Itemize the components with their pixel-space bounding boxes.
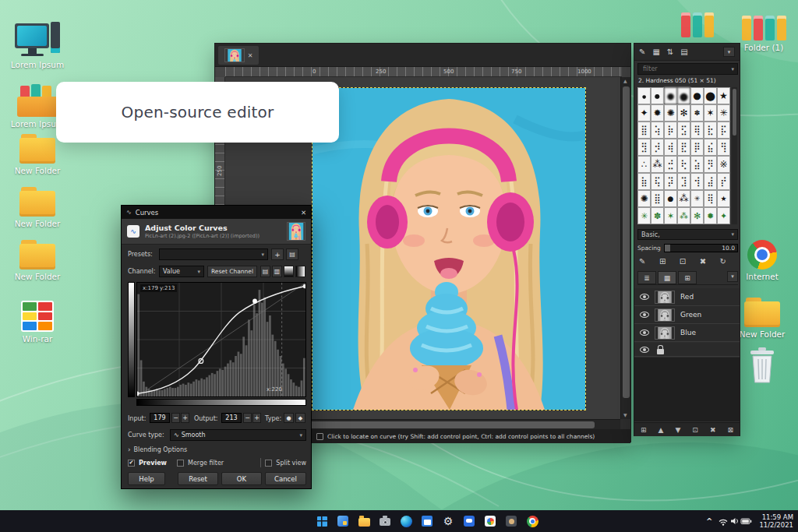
merge-filter-checkbox[interactable]	[177, 460, 184, 467]
brush-thumbnail[interactable]: ⁂	[677, 207, 690, 224]
brush-thumbnail[interactable]: ⣷	[637, 173, 651, 190]
split-view-checkbox[interactable]	[265, 460, 272, 467]
vertical-scroll-thumb[interactable]	[623, 86, 630, 398]
corner-point-type-button[interactable]: ◆	[295, 413, 305, 423]
brush-thumbnail[interactable]: ●	[651, 87, 664, 104]
horizontal-ruler[interactable]	[225, 67, 622, 77]
gimp-taskbar-button[interactable]	[503, 513, 520, 530]
close-icon[interactable]: ✕	[301, 209, 306, 217]
brush-thumbnail[interactable]: ⣿	[637, 122, 651, 139]
output-decrement-button[interactable]: −	[243, 413, 252, 423]
brush-thumbnail[interactable]: ⣮	[704, 139, 717, 156]
brush-thumbnail[interactable]: ✹	[651, 104, 664, 122]
preset-file-button[interactable]: ▤	[286, 248, 298, 260]
blending-options-expander[interactable]: › Blending Options	[128, 446, 187, 453]
brush-thumbnail[interactable]: ⢵	[651, 122, 664, 139]
channel-row-red[interactable]: Red	[634, 288, 740, 306]
help-button[interactable]: Help	[128, 472, 165, 485]
duplicate-brush-icon[interactable]: ⊡	[680, 257, 686, 266]
visibility-eye-icon[interactable]	[640, 312, 649, 318]
brush-filter-input[interactable]	[641, 65, 731, 73]
brush-thumbnail[interactable]: ⣻	[637, 139, 651, 156]
brush-tag-filter[interactable]: Basic, ▾	[637, 229, 738, 240]
preview-checkbox[interactable]: ✔	[128, 460, 135, 467]
desktop-icon-new-folder-2[interactable]: New Folder	[5, 187, 70, 229]
brush-thumbnail[interactable]: ⢯	[651, 173, 664, 190]
brush-thumbnail[interactable]: ●	[704, 87, 717, 104]
dock-menu-button[interactable]: ▾	[723, 47, 735, 57]
brush-thumbnail[interactable]: ⣹	[677, 173, 690, 190]
brush-thumbnail[interactable]: ⣚	[664, 156, 677, 173]
tabs-menu-button[interactable]: ▾	[727, 271, 738, 282]
lock-row[interactable]	[634, 343, 740, 357]
file-explorer-button[interactable]	[355, 513, 373, 530]
desktop-icon-computer[interactable]: Lorem Ipsum	[5, 22, 70, 70]
log-histogram-toggle[interactable]: ▥	[272, 266, 282, 277]
camera-button[interactable]	[376, 513, 394, 530]
add-preset-button[interactable]: +	[271, 248, 284, 260]
brush-thumbnail[interactable]: ⣫	[677, 122, 690, 139]
chat-button[interactable]	[461, 513, 478, 530]
brush-thumbnail[interactable]: ●	[677, 87, 690, 104]
input-increment-button[interactable]: +	[181, 413, 189, 423]
tab-list-view[interactable]: ≣	[637, 271, 656, 284]
duplicate-channel-icon[interactable]: ⊡	[692, 426, 698, 434]
brush-thumbnail[interactable]: ⣼	[704, 173, 717, 190]
brush-thumbnail[interactable]: ⡷	[664, 122, 677, 139]
brush-thumbnail[interactable]: ⁂	[677, 190, 690, 207]
edit-brush-icon[interactable]: ✎	[639, 257, 645, 266]
desktop-icon-recycle-bin[interactable]	[736, 347, 789, 383]
settings-button[interactable]: ⚙	[440, 513, 457, 530]
output-value-field[interactable]: 213	[221, 413, 242, 423]
brush-thumbnail[interactable]: ⡽	[664, 173, 677, 190]
brush-thumbnail[interactable]: ✦	[717, 207, 730, 224]
smooth-point-type-button[interactable]: ●	[284, 413, 294, 423]
image-tab[interactable]: ✕	[218, 46, 259, 65]
brush-thumbnail[interactable]: ✻	[677, 104, 690, 122]
spacing-slider[interactable]: 10.0	[664, 244, 738, 252]
brush-thumbnail[interactable]: ⡿	[690, 139, 704, 156]
brush-thumbnail[interactable]: ⡞	[717, 173, 730, 190]
brush-thumbnail[interactable]: ⁂	[651, 156, 664, 173]
brush-thumbnail[interactable]: ⡻	[704, 156, 717, 173]
linear-histogram-toggle[interactable]: ▤	[260, 266, 270, 277]
curve-plot[interactable]	[136, 282, 306, 397]
tray-status-icons[interactable]	[719, 516, 753, 526]
start-button[interactable]	[313, 513, 330, 530]
brush-thumbnail[interactable]: ⢺	[690, 173, 704, 190]
brush-thumbnail[interactable]: ●	[664, 87, 677, 104]
brush-thumbnail[interactable]: ✽	[690, 104, 704, 122]
paintbrush-icon[interactable]: ✎	[639, 48, 645, 56]
brush-thumbnail[interactable]: ✳	[717, 104, 730, 122]
delete-channel-icon[interactable]: ✖	[710, 426, 716, 434]
desktop-icon-archives[interactable]	[670, 12, 725, 37]
curves-titlebar[interactable]: ∿ Curves ✕	[122, 206, 311, 219]
desktop-icon-winrar[interactable]: Win-rar	[5, 301, 70, 344]
image-tab-close-icon[interactable]: ✕	[248, 52, 253, 59]
channel-dropdown[interactable]: Value ▾	[159, 266, 204, 277]
tray-overflow-icon[interactable]: ^	[706, 517, 712, 526]
visibility-eye-icon[interactable]	[640, 347, 649, 353]
brush-thumbnail[interactable]: ★	[717, 190, 730, 207]
visibility-eye-icon[interactable]	[640, 329, 649, 336]
taskbar-clock[interactable]: 11:59 AM 11/2/2021	[759, 513, 793, 529]
brush-thumbnail[interactable]: ●	[637, 87, 651, 104]
brush-thumbnail[interactable]: ★	[717, 87, 730, 104]
edge-button[interactable]	[397, 513, 415, 530]
widgets-button[interactable]	[334, 513, 351, 530]
brush-thumbnail[interactable]: ✻	[690, 207, 704, 224]
brush-thumbnail[interactable]: ∴	[637, 156, 651, 173]
brush-filter-box[interactable]: ▾	[637, 63, 738, 75]
input-value-field[interactable]: 179	[150, 413, 170, 423]
new-brush-icon[interactable]: ⊞	[659, 257, 666, 266]
tab-paths[interactable]: ⊞	[678, 271, 697, 284]
presets-dropdown[interactable]: ▾	[159, 248, 268, 260]
channel-row-blue[interactable]: Blue	[634, 324, 740, 342]
reset-channel-button[interactable]: Reset Channel	[207, 266, 257, 277]
brush-thumbnail[interactable]: ⣿	[651, 190, 664, 207]
brush-scrollbar[interactable]	[732, 87, 737, 224]
brush-thumbnail[interactable]: ※	[717, 156, 730, 173]
chevron-down-icon[interactable]: ▾	[731, 231, 734, 238]
brush-thumbnail[interactable]: ✽	[651, 207, 664, 224]
ok-button[interactable]: OK	[221, 472, 262, 485]
